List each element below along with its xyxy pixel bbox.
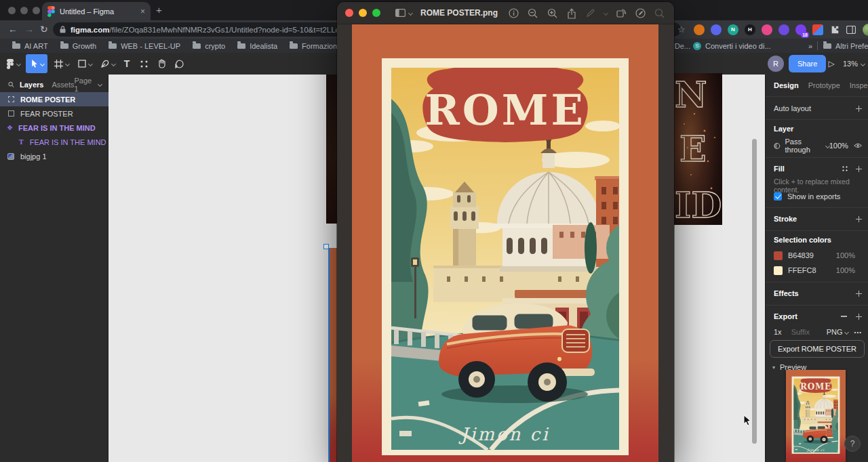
add-fill-icon[interactable]	[856, 166, 862, 172]
add-stroke-icon[interactable]	[856, 216, 862, 222]
tab-title: Untitled – Figma	[60, 7, 140, 16]
new-tab-button[interactable]: +	[156, 4, 162, 16]
disclosure-triangle-icon[interactable]: ▾	[772, 364, 775, 371]
pen-tool[interactable]	[98, 53, 118, 75]
layer-row-fear-component[interactable]: ❖ FEAR IS IN THE MIND	[0, 121, 108, 135]
rotate-icon[interactable]	[616, 8, 627, 18]
metamask-extension-icon[interactable]	[694, 24, 705, 35]
rome-poster-image[interactable]	[352, 24, 658, 462]
fear-poster-partial[interactable]: N E ID	[674, 73, 722, 225]
preview-window[interactable]: ROME POSTER.png	[337, 2, 674, 462]
fear-poster-left-sliver[interactable]	[326, 75, 337, 224]
layer-row-bigjpg[interactable]: bigjpg 1	[0, 149, 108, 163]
layer-opacity-value[interactable]: 100%	[829, 142, 848, 150]
share-button[interactable]: Share	[789, 55, 826, 72]
bookmarks-overflow-icon[interactable]: »	[808, 42, 812, 50]
styles-icon[interactable]	[842, 166, 848, 171]
main-menu-button[interactable]	[4, 53, 23, 75]
selection-color-row-1[interactable]: B64839 100%	[774, 249, 855, 261]
folder-icon	[108, 43, 117, 49]
bookmark-web-level-up[interactable]: WEB - LEVEL-UP	[108, 42, 180, 50]
blend-mode-select[interactable]: Pass through	[785, 138, 823, 154]
close-traffic-light[interactable]	[345, 9, 353, 17]
bookmark-growth[interactable]: Growth	[60, 42, 96, 50]
side-panel-icon[interactable]	[846, 26, 856, 34]
window-close-icon[interactable]	[8, 7, 16, 14]
extension-icon-3[interactable]: N	[728, 24, 738, 35]
resources-tool[interactable]	[136, 53, 152, 75]
zoom-out-icon[interactable]	[528, 8, 538, 18]
extension-icon-7[interactable]: 18	[795, 24, 806, 35]
bookmark-crypto[interactable]: crypto	[193, 42, 225, 50]
extension-icon-2[interactable]	[711, 24, 722, 35]
extension-icon-8[interactable]	[812, 24, 823, 35]
current-user-avatar[interactable]: R	[766, 53, 785, 75]
tab-close-icon[interactable]: ×	[140, 7, 145, 16]
add-export-icon[interactable]	[856, 314, 862, 320]
back-button[interactable]: ←	[8, 20, 18, 39]
tab-assets[interactable]: Assets	[52, 81, 75, 89]
comment-tool[interactable]	[171, 53, 187, 75]
page-selector[interactable]: Page 1	[75, 77, 102, 93]
add-effect-icon[interactable]	[856, 291, 862, 297]
tab-layers[interactable]: Layers	[20, 81, 43, 89]
minimize-traffic-light[interactable]	[359, 9, 367, 17]
zoom-in-icon[interactable]	[547, 8, 558, 18]
add-auto-layout-icon[interactable]	[856, 106, 862, 112]
profile-avatar[interactable]	[863, 24, 868, 36]
window-minimize-icon[interactable]	[20, 7, 28, 14]
bookmark-converti[interactable]: SConverti i video di...	[693, 42, 771, 50]
shape-tool[interactable]	[75, 53, 95, 75]
search-icon[interactable]	[8, 81, 14, 88]
visibility-eye-icon[interactable]	[854, 142, 862, 149]
sidebar-toggle-icon[interactable]	[395, 9, 406, 17]
blend-mode-icon[interactable]	[774, 142, 781, 150]
window-controls[interactable]	[8, 7, 45, 16]
tab-prototype[interactable]: Prototype	[808, 81, 840, 89]
bookmark-ai-art[interactable]: AI ART	[12, 42, 48, 50]
extension-icon-6[interactable]	[778, 24, 789, 35]
export-preview-thumbnail	[786, 370, 846, 462]
reload-button[interactable]: ↻	[40, 20, 48, 39]
present-button[interactable]: ▷	[825, 53, 838, 75]
bookmark-star-icon[interactable]: ☆	[677, 24, 686, 35]
help-button[interactable]: ?	[844, 436, 861, 452]
layer-row-fear-text[interactable]: T FEAR IS IN THE MIND	[0, 135, 108, 149]
export-rome-poster-button[interactable]: Export ROME POSTER	[770, 340, 865, 358]
frame-tool[interactable]	[52, 53, 72, 75]
bookmark-altri-preferiti[interactable]: Altri Preferiti	[823, 42, 868, 50]
tab-inspect[interactable]: Inspect	[850, 81, 868, 89]
canvas-scrollbar[interactable]	[752, 139, 757, 444]
bookmark-formazione[interactable]: Formazione	[290, 42, 341, 50]
rome-poster-canvas-sliver[interactable]	[328, 248, 337, 462]
color-swatch-cream[interactable]	[774, 266, 783, 275]
export-options-icon[interactable]: •••	[854, 329, 862, 335]
show-in-exports-checkbox[interactable]	[774, 192, 782, 201]
zoom-traffic-light[interactable]	[372, 9, 380, 17]
share-icon[interactable]	[567, 8, 576, 19]
color-swatch-red[interactable]	[774, 251, 783, 260]
markup-circle-icon[interactable]	[635, 8, 646, 18]
export-suffix-input[interactable]	[791, 328, 827, 336]
export-scale[interactable]: 1x	[774, 328, 782, 336]
layer-row-fear-poster[interactable]: FEAR POSTER	[0, 106, 108, 121]
extension-icon-4[interactable]: H	[745, 24, 755, 35]
export-format-select[interactable]: PNG	[827, 328, 843, 336]
info-icon[interactable]	[509, 8, 519, 18]
preview-window-titlebar[interactable]: ROME POSTER.png	[337, 2, 674, 24]
selection-color-row-2[interactable]: FFEFC8 100%	[774, 264, 855, 276]
zoom-menu[interactable]: 13%	[841, 53, 867, 75]
browser-tab[interactable]: Untitled – Figma ×	[42, 2, 151, 20]
move-tool[interactable]	[26, 54, 47, 73]
hand-tool[interactable]	[153, 53, 170, 75]
extensions-puzzle-icon[interactable]	[830, 25, 840, 35]
forward-button[interactable]: →	[24, 20, 34, 39]
show-in-exports-row[interactable]: Show in exports	[774, 190, 840, 203]
remove-export-icon[interactable]	[841, 316, 847, 316]
extension-icon-5[interactable]	[762, 24, 772, 35]
text-tool[interactable]: T	[119, 53, 134, 75]
tab-design[interactable]: Design	[774, 81, 799, 89]
layer-row-rome-poster[interactable]: ROME POSTER	[0, 92, 108, 106]
window-zoom-icon[interactable]	[33, 7, 40, 14]
bookmark-idealista[interactable]: Idealista	[237, 42, 277, 50]
